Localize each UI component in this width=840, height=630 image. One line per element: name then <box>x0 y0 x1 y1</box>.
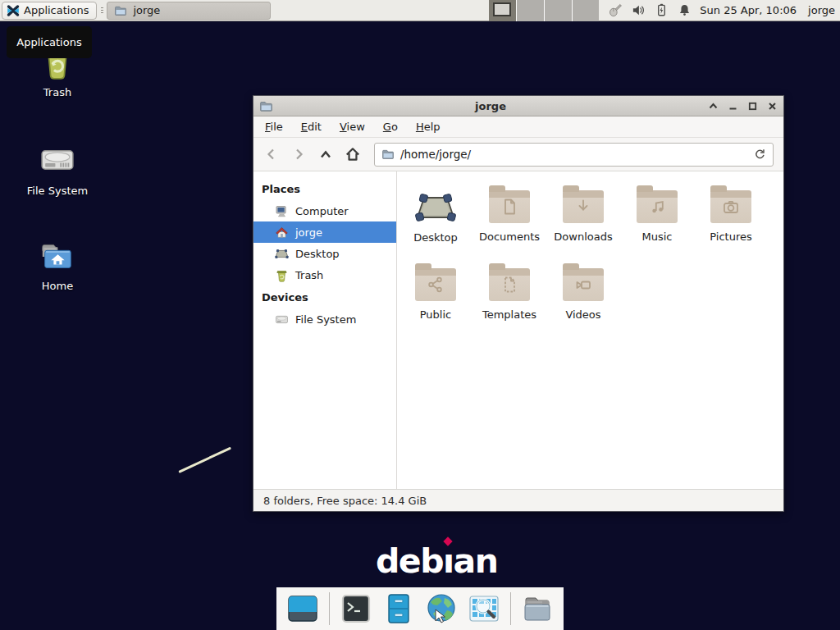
sidebar: Places Computer <box>253 171 397 489</box>
system-tray <box>609 3 692 17</box>
top-panel: Applications jorge <box>0 0 840 21</box>
home-icon <box>275 226 289 240</box>
video-icon <box>573 275 593 294</box>
window-title: jorge <box>273 100 708 112</box>
dock-separator <box>510 592 511 625</box>
window-folder-icon <box>259 99 273 113</box>
menu-bar: File Edit View Go Help <box>253 116 783 138</box>
home-folder-icon[interactable] <box>521 592 554 625</box>
debian-logo: debıan <box>376 541 497 581</box>
file-item-public[interactable]: Public <box>399 259 472 337</box>
folder-icon <box>381 148 395 161</box>
menu-edit[interactable]: Edit <box>301 121 322 133</box>
file-manager-icon[interactable] <box>382 592 415 625</box>
workspace-4[interactable] <box>573 0 600 21</box>
desktop-icon-home[interactable]: Home <box>10 240 105 292</box>
home-button[interactable] <box>345 146 361 162</box>
desktop-icon-label: Home <box>42 280 73 292</box>
input-device-icon[interactable] <box>609 3 623 17</box>
web-browser-icon[interactable] <box>425 592 458 625</box>
path-entry[interactable]: /home/jorge/ <box>374 143 774 167</box>
menu-view[interactable]: View <box>340 121 365 133</box>
music-icon <box>647 197 667 217</box>
shade-button[interactable] <box>708 101 719 112</box>
workspace-2[interactable] <box>517 0 545 21</box>
panel-username[interactable]: jorge <box>808 4 835 16</box>
file-item-music[interactable]: Music <box>620 181 694 259</box>
menu-file[interactable]: File <box>265 121 283 133</box>
trash-icon <box>275 268 289 282</box>
path-value[interactable]: /home/jorge/ <box>400 148 747 161</box>
bottom-dock <box>276 587 564 630</box>
app-finder-icon[interactable] <box>468 592 500 625</box>
show-desktop-icon[interactable] <box>286 592 319 625</box>
taskbar-button-jorge[interactable]: jorge <box>107 2 271 20</box>
window-titlebar[interactable]: jorge <box>253 96 783 116</box>
forward-button[interactable] <box>290 146 307 162</box>
battery-icon[interactable] <box>655 3 669 17</box>
workspace-window-thumb <box>493 2 511 16</box>
panel-clock[interactable]: Sun 25 Apr, 10:06 <box>700 4 797 16</box>
desktop-icon-label: Trash <box>43 86 71 98</box>
file-item-desktop[interactable]: Desktop <box>399 181 472 259</box>
workspace-3[interactable] <box>545 0 573 21</box>
file-item-downloads[interactable]: Downloads <box>546 181 620 259</box>
maximize-button[interactable] <box>747 101 758 112</box>
back-button[interactable] <box>263 146 280 162</box>
minimize-button[interactable] <box>728 101 738 112</box>
dock-separator <box>329 592 330 625</box>
desktop-icon-label: File System <box>27 185 88 197</box>
sidebar-item-desktop[interactable]: Desktop <box>253 243 396 264</box>
desktop-icon-file-system[interactable]: File System <box>10 141 105 197</box>
menu-help[interactable]: Help <box>416 121 441 133</box>
drive-icon <box>39 141 76 179</box>
camera-icon <box>721 197 741 217</box>
applications-button[interactable]: Applications <box>2 2 97 20</box>
sidebar-header-devices: Devices <box>253 285 396 308</box>
home-folder-icon <box>39 240 76 274</box>
menu-go[interactable]: Go <box>383 121 398 133</box>
sidebar-header-places: Places <box>253 177 396 200</box>
desktop-icon <box>275 248 289 260</box>
file-item-templates[interactable]: Templates <box>472 259 546 337</box>
sidebar-item-jorge[interactable]: jorge <box>253 221 396 243</box>
status-text: 8 folders, Free space: 14.4 GiB <box>263 495 427 507</box>
xfce-logo-icon <box>7 4 20 17</box>
reload-icon[interactable] <box>753 148 766 161</box>
taskbar-label: jorge <box>133 4 160 16</box>
close-button[interactable] <box>767 101 778 112</box>
file-item-videos[interactable]: Videos <box>546 259 620 337</box>
file-grid: Desktop Documents Downloads <box>397 171 783 489</box>
status-bar: 8 folders, Free space: 14.4 GiB <box>253 489 783 511</box>
document-icon <box>500 197 519 217</box>
sidebar-item-computer[interactable]: Computer <box>253 200 396 221</box>
volume-icon[interactable] <box>632 3 646 17</box>
drive-icon <box>275 313 289 326</box>
workspace-switcher[interactable] <box>489 0 599 21</box>
panel-handle[interactable] <box>98 2 106 20</box>
desktop-line-artifact <box>178 447 231 473</box>
toolbar: /home/jorge/ <box>253 138 783 171</box>
applications-tooltip: Applications <box>7 26 92 58</box>
download-icon <box>573 197 593 217</box>
desktop-icon <box>414 191 457 224</box>
up-button[interactable] <box>317 146 334 162</box>
terminal-icon[interactable] <box>340 592 372 625</box>
file-item-documents[interactable]: Documents <box>472 181 546 259</box>
folder-icon <box>114 4 127 17</box>
applications-label: Applications <box>24 4 89 16</box>
template-icon <box>500 275 519 294</box>
notifications-bell-icon[interactable] <box>678 3 692 17</box>
file-item-pictures[interactable]: Pictures <box>694 181 768 259</box>
file-manager-window: jorge File Edit View Go Help <box>253 95 784 512</box>
computer-icon <box>275 204 289 218</box>
share-icon <box>426 275 445 294</box>
workspace-1[interactable] <box>489 0 517 21</box>
sidebar-item-trash[interactable]: Trash <box>253 264 396 285</box>
sidebar-item-file-system[interactable]: File System <box>253 308 396 330</box>
